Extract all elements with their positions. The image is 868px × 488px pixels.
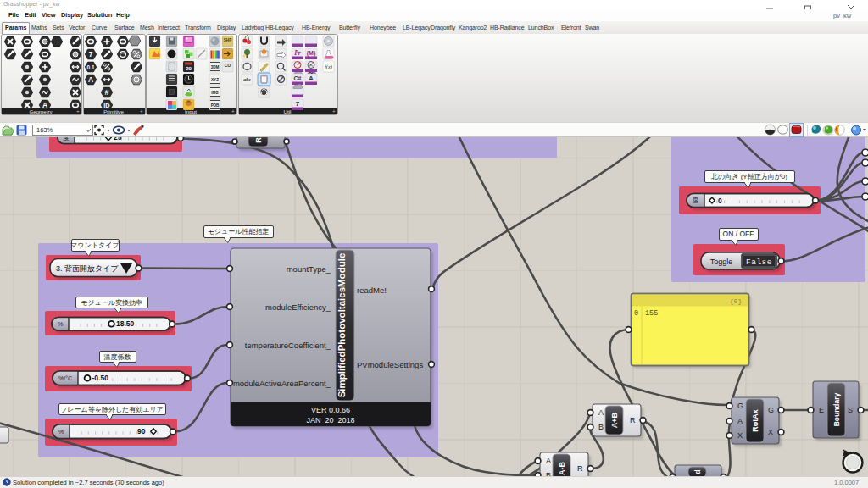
- svg-text:(M): (M): [307, 50, 316, 57]
- svg-text:0.1: 0.1: [86, 64, 94, 70]
- svg-text:20: 20: [186, 66, 192, 71]
- svg-text:f(x): f(x): [325, 64, 332, 70]
- svg-text:A: A: [309, 75, 314, 82]
- svg-text:マウントタイプ: マウントタイプ: [70, 241, 120, 249]
- svg-text:フレーム等を除外した有効エリア: フレーム等を除外した有効エリア: [60, 406, 164, 413]
- svg-text:A: A: [737, 417, 743, 425]
- svg-text:{0}: {0}: [730, 297, 742, 305]
- svg-text:mountType_: mountType_: [287, 264, 331, 274]
- svg-text:IMG: IMG: [211, 91, 219, 95]
- svg-text:度: 度: [693, 197, 699, 204]
- svg-text:ON / OFF: ON / OFF: [723, 230, 754, 238]
- svg-text:moduleEfficiency_: moduleEfficiency_: [265, 302, 331, 312]
- svg-text:A+B: A+B: [610, 412, 619, 428]
- svg-text:155: 155: [645, 309, 658, 318]
- svg-text:SHP: SHP: [224, 38, 231, 42]
- svg-text:A: A: [546, 457, 551, 465]
- svg-text:G: G: [737, 402, 743, 410]
- svg-text:R: R: [254, 137, 263, 143]
- svg-text:moduleActiveAreaPercent_: moduleActiveAreaPercent_: [233, 379, 331, 388]
- svg-text:+: +: [140, 108, 143, 114]
- svg-text:SimplifiedPhotovoltaicsModule: SimplifiedPhotovoltaicsModule: [337, 253, 347, 398]
- svg-text:3. 背面開放タイプ: 3. 背面開放タイプ: [56, 264, 119, 273]
- svg-text:90: 90: [137, 427, 146, 435]
- svg-text:7: 7: [89, 50, 93, 58]
- svg-text:度: 度: [63, 137, 70, 141]
- svg-text:X: X: [768, 428, 773, 436]
- svg-text:#: #: [104, 88, 108, 97]
- svg-text:VER 0.0.66: VER 0.0.66: [311, 406, 350, 414]
- svg-text:X: X: [737, 431, 743, 440]
- svg-text:G: G: [768, 406, 774, 414]
- svg-text:CO: CO: [225, 63, 231, 68]
- svg-text:E: E: [819, 406, 824, 414]
- svg-text:S: S: [848, 406, 853, 414]
- svg-text:18.50: 18.50: [116, 319, 135, 328]
- svg-text:-0.50: -0.50: [92, 374, 109, 382]
- svg-text:%/°C: %/°C: [58, 375, 72, 381]
- svg-text:モジュール性能指定: モジュール性能指定: [208, 228, 270, 236]
- svg-text:B: B: [598, 423, 604, 431]
- svg-text:Toggle: Toggle: [710, 258, 733, 266]
- svg-text:Pr: Pr: [294, 49, 301, 57]
- svg-text:0: 0: [634, 309, 638, 318]
- svg-text:temperatureCoefficient_: temperatureCoefficient_: [245, 341, 331, 350]
- svg-text:Geometry: Geometry: [29, 108, 53, 114]
- svg-text:C#: C#: [294, 75, 302, 81]
- svg-text:XYZ: XYZ: [211, 78, 219, 82]
- svg-text:3DM: 3DM: [211, 65, 220, 69]
- svg-text:+: +: [231, 108, 235, 114]
- svg-text:A-B: A-B: [558, 462, 566, 475]
- svg-text:%: %: [58, 428, 64, 435]
- svg-text:PVmoduleSettings: PVmoduleSettings: [357, 360, 423, 369]
- svg-text:PDB: PDB: [211, 103, 220, 108]
- svg-text:7: 7: [296, 100, 300, 108]
- svg-text:+: +: [332, 108, 336, 114]
- svg-text:False: False: [746, 258, 772, 267]
- svg-text:readMe!: readMe!: [357, 286, 387, 295]
- svg-text:A: A: [42, 101, 47, 109]
- svg-text:d: d: [693, 469, 702, 474]
- svg-text:Boundary: Boundary: [832, 392, 841, 426]
- svg-text:163%: 163%: [36, 126, 53, 134]
- svg-text:A: A: [88, 75, 93, 84]
- svg-text:RotAx: RotAx: [751, 409, 760, 432]
- svg-text:R: R: [630, 416, 636, 424]
- svg-text:北の向き (Y軸正方向が0): 北の向き (Y軸正方向が0): [710, 173, 787, 180]
- svg-text:モジュール変換効率: モジュール変換効率: [81, 299, 142, 307]
- svg-text:JAN_20_2018: JAN_20_2018: [306, 416, 354, 424]
- svg-text:A: A: [598, 408, 604, 417]
- svg-text:abc: abc: [243, 77, 251, 82]
- svg-text:25: 25: [114, 137, 122, 141]
- svg-text:ID: ID: [103, 102, 110, 109]
- svg-text:0: 0: [718, 197, 722, 205]
- svg-text:温度係数: 温度係数: [104, 353, 131, 361]
- svg-text:Util: Util: [284, 108, 292, 114]
- svg-text:R: R: [577, 464, 583, 473]
- svg-text:%: %: [58, 320, 64, 328]
